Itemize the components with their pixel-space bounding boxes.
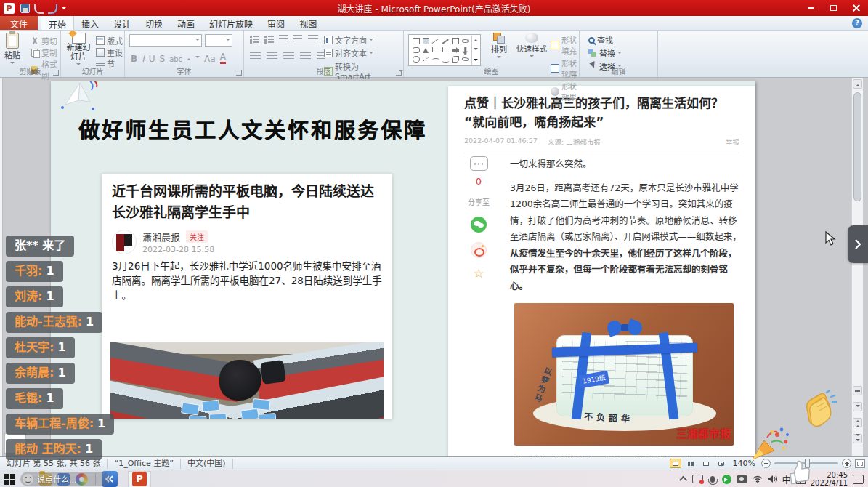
right-article-meta: 2022-04-07 01:46:57 来源: 三湘都市报 举报 (464, 137, 739, 153)
shape-effects-icon (551, 87, 559, 96)
taskbar: P 说点什么... 中 20:45 2022/4/11 (0, 470, 868, 487)
underline-button[interactable]: U (149, 55, 155, 64)
tray-expand-icon[interactable] (679, 476, 687, 484)
align-right-icon[interactable] (283, 52, 294, 60)
replace-button[interactable]: 替换 (588, 47, 622, 59)
fit-to-window-button[interactable] (855, 459, 865, 468)
change-case-button[interactable]: Aa (204, 55, 216, 64)
volume-icon[interactable] (768, 475, 777, 483)
chat-input-bar[interactable]: 说点什么... (20, 472, 110, 486)
shape-fill-button[interactable]: 形状填充 (551, 34, 579, 56)
scroll-up-button[interactable] (853, 79, 862, 89)
slide-canvas[interactable]: 做好师生员工人文关怀和服务保障 近千台网课所需的平板电脑，今日陆续送达长沙雅礼隔… (51, 81, 755, 456)
tab-view[interactable]: 视图 (292, 15, 324, 30)
cut-button[interactable]: 剪切 (31, 35, 57, 47)
vertical-scrollbar[interactable] (851, 78, 863, 456)
dialog-launcher-icon[interactable] (396, 70, 402, 76)
security-app-icon[interactable] (722, 475, 731, 484)
layout-button[interactable]: 版式 (96, 35, 123, 47)
tab-design[interactable]: 设计 (106, 15, 138, 30)
language-indicator[interactable]: 中文(中国) (181, 459, 233, 469)
collapsed-slides-pane[interactable] (0, 78, 3, 456)
increase-indent-icon[interactable] (293, 35, 302, 43)
shapes-gallery[interactable] (408, 34, 481, 66)
right-article-headline: 点赞｜长沙雅礼高三的孩子们，隔离生活如何？ “就向前吧，嘴角扬起来” (464, 94, 741, 132)
align-text-button[interactable]: 对齐文本 (324, 47, 403, 59)
side-panel-toggle[interactable] (848, 225, 868, 263)
quick-styles-button[interactable]: 快速样式 (514, 33, 549, 60)
font-size-select[interactable] (205, 34, 232, 47)
clap-emoji-icon (799, 389, 837, 430)
align-left-icon[interactable] (250, 52, 261, 60)
shrink-font-icon[interactable] (195, 56, 200, 60)
tab-transitions[interactable]: 切换 (138, 15, 170, 30)
italic-button[interactable]: I (142, 55, 145, 64)
slide-title[interactable]: 做好师生员工人文关怀和服务保障 (78, 113, 427, 144)
line-spacing-icon[interactable] (308, 35, 318, 43)
status-bar: 幻灯片 第 55 张, 共 56 张 “1_Office 主题” 中文(中国) … (0, 456, 868, 470)
start-button[interactable] (0, 470, 19, 487)
scrollbar-thumb[interactable] (853, 92, 861, 201)
next-slide-button[interactable] (853, 434, 862, 443)
previous-slide-button[interactable] (853, 418, 862, 427)
help-icon[interactable]: ? (852, 18, 862, 28)
reading-view-button[interactable] (700, 459, 712, 468)
justify-icon[interactable] (300, 52, 311, 60)
dialog-launcher-icon[interactable] (572, 70, 577, 76)
splitter-button[interactable] (853, 386, 862, 395)
tab-insert[interactable]: 插入 (74, 15, 106, 30)
grow-font-icon[interactable] (187, 56, 191, 60)
titlebar: P 湖大讲座 - Microsoft PowerPoint(产品激活失败) (0, 0, 868, 16)
text-shadow-button[interactable]: S (160, 55, 166, 64)
dialog-launcher-icon[interactable] (53, 70, 59, 76)
dialog-launcher-icon[interactable] (236, 70, 242, 76)
find-button[interactable]: 查找 (588, 34, 622, 46)
slide-sorter-button[interactable] (685, 459, 697, 468)
strikethrough-button[interactable]: abc (169, 55, 182, 64)
chat-message: 千羽1 (6, 261, 63, 282)
camera-icon[interactable] (737, 475, 747, 483)
tab-file[interactable]: 文件 (0, 15, 38, 30)
microphone-icon[interactable] (710, 476, 715, 483)
arrange-button[interactable]: 排列 (485, 33, 513, 60)
tab-home[interactable]: 开始 (41, 15, 74, 30)
screen-record-icon[interactable] (692, 475, 703, 483)
shape-effects-button[interactable]: 形状效果 (551, 81, 579, 102)
decrease-indent-icon[interactable] (279, 35, 288, 43)
chevron-down-icon (369, 52, 373, 56)
powerpoint-taskbar-button[interactable]: P (128, 471, 151, 487)
chevron-down-icon (617, 52, 622, 56)
chat-input-placeholder[interactable]: 说点什么... (37, 473, 77, 485)
action-center-icon[interactable] (853, 475, 864, 484)
bold-button[interactable]: B (131, 55, 137, 64)
numbering-icon[interactable] (264, 35, 273, 44)
right-article-source: 来源: 三湘都市报 (548, 137, 601, 147)
new-slide-button[interactable]: 新建幻灯片 (64, 33, 93, 68)
tab-slideshow[interactable]: 幻灯片放映 (202, 15, 260, 30)
paste-button[interactable]: 粘贴 (4, 33, 20, 66)
emoji-button-icon[interactable] (23, 474, 33, 485)
font-color-button[interactable]: A (220, 52, 226, 64)
right-article-card[interactable]: 点赞｜长沙雅礼高三的孩子们，隔离生活如何？ “就向前吧，嘴角扬起来” 2022-… (448, 86, 755, 456)
scroll-down-button[interactable] (853, 402, 862, 411)
minimize-button[interactable] (800, 2, 822, 15)
weibo-icon (471, 242, 487, 258)
font-name-select[interactable] (129, 34, 202, 47)
text-direction-button[interactable]: 文字方向 (324, 34, 403, 46)
bullets-icon[interactable] (250, 35, 259, 44)
wifi-icon[interactable] (753, 475, 763, 483)
copy-button[interactable]: 复制 (31, 47, 57, 58)
align-center-icon[interactable] (267, 52, 277, 60)
maximize-button[interactable] (823, 2, 844, 15)
group-label-font: 字体 (125, 65, 243, 76)
tab-animations[interactable]: 动画 (170, 15, 202, 30)
tab-review[interactable]: 审阅 (260, 15, 292, 30)
zoom-in-button[interactable] (842, 459, 851, 468)
reset-button[interactable]: 重设 (96, 47, 123, 58)
close-button[interactable] (845, 2, 867, 15)
shapes-scroll[interactable] (471, 36, 479, 65)
normal-view-button[interactable] (670, 459, 681, 468)
slideshow-button[interactable] (715, 459, 727, 468)
left-article-card[interactable]: 近千台网课所需的平板电脑，今日陆续送达长沙雅礼隔离学生手中 潇湘晨报关注 202… (102, 174, 392, 419)
taskbar-clock[interactable]: 20:45 2022/4/11 (811, 471, 848, 487)
